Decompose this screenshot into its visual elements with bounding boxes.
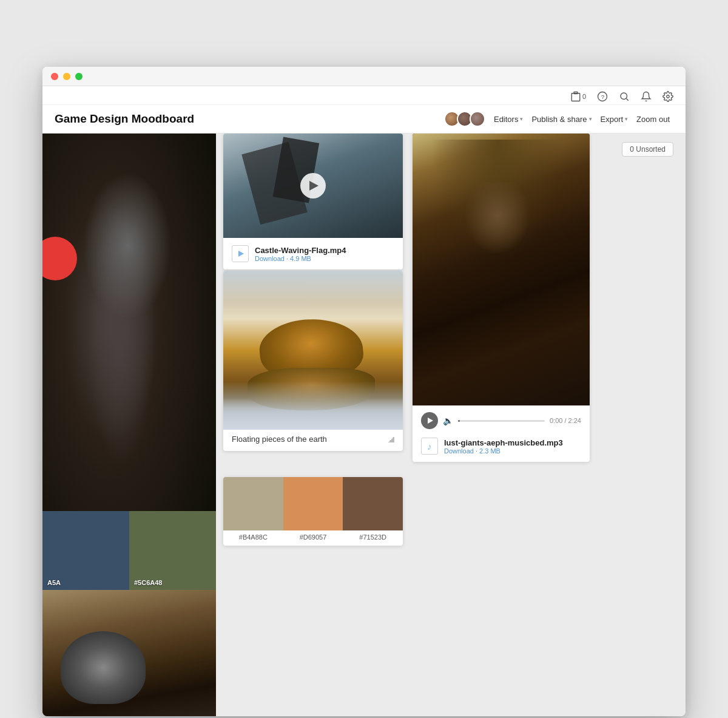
warrior-card: 🔈 0:00 / 2:24 ♪ lust-giants-aeph-musicbe… (413, 134, 590, 462)
video-card: Castle-Waving-Flag.mp4 Download · 4.9 MB (223, 134, 403, 269)
audio-play-button[interactable] (421, 412, 438, 429)
portrait-card (42, 134, 216, 511)
svg-point-4 (621, 93, 627, 100)
window-chrome (42, 67, 686, 86)
helmet-image (42, 590, 216, 716)
editors-chevron-icon: ▾ (520, 116, 523, 122)
publish-chevron-icon: ▾ (589, 116, 592, 122)
palette-labels: #B4A88C #D69057 #71523D (223, 530, 403, 546)
clipboard-icon-button[interactable]: 0 (570, 91, 586, 102)
video-filename: Castle-Waving-Flag.mp4 (255, 246, 346, 255)
svg-text:?: ? (601, 93, 605, 100)
export-chevron-icon: ▾ (625, 116, 628, 122)
editor-avatars (444, 111, 485, 127)
audio-download-link[interactable]: Download · 2.3 MB (444, 447, 563, 455)
expand-dot[interactable] (75, 73, 83, 80)
zoom-out-button[interactable]: Zoom out (633, 112, 673, 126)
video-download-link[interactable]: Download · 4.9 MB (255, 255, 346, 262)
palette-swatch-3 (343, 477, 403, 530)
portrait-image (42, 134, 216, 511)
audio-filename: lust-giants-aeph-musicbed.mp3 (444, 438, 563, 447)
bell-icon-button[interactable] (641, 91, 652, 102)
audio-file-icon: ♪ (421, 438, 438, 455)
swatch-blue: A5A (42, 511, 129, 590)
palette-card: #B4A88C #D69057 #71523D (223, 477, 403, 546)
palette-swatch-2 (283, 477, 343, 530)
audio-progress-bar[interactable] (458, 420, 545, 422)
palette-label-2: #D69057 (283, 533, 343, 541)
video-thumbnail (223, 134, 403, 238)
rock-caption: Floating pieces of the earth (232, 435, 327, 444)
audio-player: 🔈 0:00 / 2:24 (413, 405, 590, 433)
swatch-green: #5C6A48 (129, 511, 216, 590)
svg-line-5 (626, 98, 628, 100)
rock-caption-row: Floating pieces of the earth (223, 430, 403, 451)
color-swatches: A5A #5C6A48 (42, 511, 216, 590)
close-dot[interactable] (51, 73, 58, 80)
resize-handle-icon[interactable] (388, 436, 394, 442)
helmet-card (42, 590, 216, 716)
svg-rect-1 (571, 93, 580, 101)
publish-share-button[interactable]: Publish & share ▾ (528, 112, 595, 126)
video-meta: Castle-Waving-Flag.mp4 Download · 4.9 MB (255, 246, 346, 262)
editors-button[interactable]: Editors ▾ (490, 112, 527, 126)
main-window: 0 ? Game Design Moodboard (42, 67, 686, 716)
export-button[interactable]: Export ▾ (597, 112, 632, 126)
audio-time-display: 0:00 / 2:24 (550, 417, 581, 424)
audio-meta: lust-giants-aeph-musicbed.mp3 Download ·… (444, 438, 563, 455)
help-icon-button[interactable]: ? (597, 91, 608, 102)
avatar-3 (470, 111, 485, 127)
palette-label-1: #B4A88C (223, 533, 283, 541)
minimize-dot[interactable] (63, 73, 70, 80)
rock-card: Floating pieces of the earth (223, 271, 403, 451)
header-actions: Editors ▾ Publish & share ▾ Export ▾ Zoo… (444, 111, 673, 127)
search-icon-button[interactable] (619, 91, 630, 102)
audio-file-info: ♪ lust-giants-aeph-musicbed.mp3 Download… (413, 433, 590, 462)
warrior-image (413, 134, 590, 405)
palette-swatches (223, 477, 403, 530)
audio-play-icon (428, 418, 433, 424)
top-icons-row: 0 ? (42, 86, 686, 105)
volume-icon[interactable]: 🔈 (443, 416, 453, 425)
video-file-icon (232, 245, 249, 262)
page-title: Game Design Moodboard (55, 112, 194, 126)
main-header: Game Design Moodboard Editors ▾ Publish … (42, 105, 686, 134)
settings-icon-button[interactable] (662, 91, 673, 102)
video-play-button[interactable] (300, 173, 326, 198)
clipboard-count: 0 (582, 93, 586, 100)
palette-swatch-1 (223, 477, 283, 530)
palette-label-3: #71523D (343, 533, 403, 541)
canvas-area: 0 Unsorted A5A #5C6A48 (42, 134, 686, 716)
rock-image (223, 271, 403, 430)
svg-point-6 (667, 95, 670, 98)
play-triangle-icon (309, 181, 318, 191)
audio-progress-fill (458, 420, 460, 422)
video-file-info: Castle-Waving-Flag.mp4 Download · 4.9 MB (223, 238, 403, 269)
unsorted-badge: 0 Unsorted (622, 142, 673, 157)
